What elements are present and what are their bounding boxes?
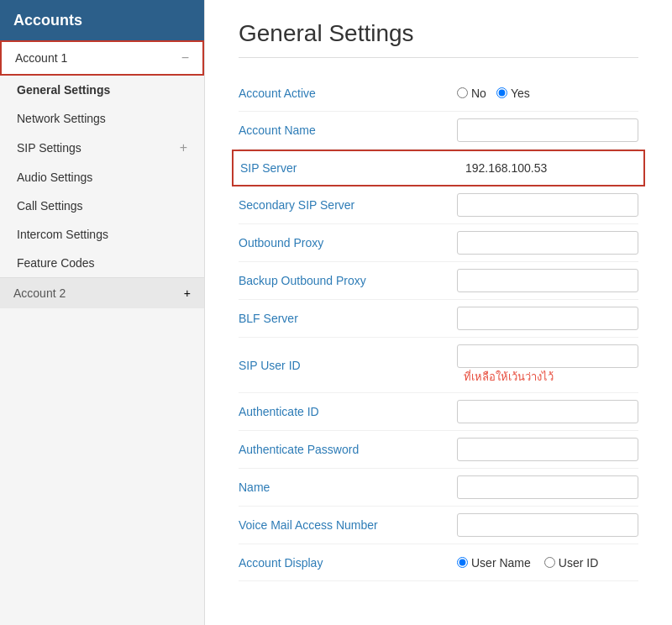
field-account-display: Account Display User Name User ID [239, 544, 638, 581]
nav-call-settings[interactable]: Call Settings [0, 192, 204, 220]
nav-audio-settings-label: Audio Settings [17, 171, 92, 184]
nav-general-settings-label: General Settings [17, 83, 110, 97]
field-outbound-proxy: Outbound Proxy [239, 224, 638, 262]
control-voicemail [457, 513, 638, 537]
page-title: General Settings [239, 20, 638, 58]
account2-plus-icon[interactable]: + [184, 286, 191, 300]
nav-feature-codes-label: Feature Codes [17, 256, 95, 270]
nav-general-settings[interactable]: General Settings [0, 76, 204, 104]
main-content: General Settings Account Active No Yes A… [205, 0, 672, 625]
input-name[interactable] [457, 475, 638, 499]
control-authenticate-id [457, 400, 638, 423]
control-outbound-proxy [457, 231, 638, 255]
field-backup-outbound-proxy: Backup Outbound Proxy [239, 262, 638, 300]
radio-userid-text: User ID [559, 556, 598, 570]
input-secondary-sip-server[interactable] [457, 193, 638, 217]
control-authenticate-password [457, 438, 638, 461]
account1-group: Account 1 − General Settings Network Set… [0, 40, 204, 278]
field-authenticate-id: Authenticate ID [239, 393, 638, 431]
radio-username-text: User Name [471, 556, 531, 570]
control-sip-user-id: ที่เหลือให้เว้นว่างไว้ [457, 344, 638, 386]
field-account-name: Account Name [239, 112, 638, 150]
nav-intercom-settings-label: Intercom Settings [17, 228, 108, 241]
account2-row[interactable]: Account 2 + [0, 278, 204, 308]
radio-no-text: No [471, 87, 486, 100]
label-blf-server: BLF Server [239, 312, 457, 325]
nav-audio-settings[interactable]: Audio Settings [0, 163, 204, 192]
control-account-name [457, 118, 638, 142]
field-secondary-sip-server: Secondary SIP Server [239, 186, 638, 224]
label-account-display: Account Display [239, 556, 457, 570]
label-sip-user-id: SIP User ID [239, 359, 457, 372]
nav-sip-settings[interactable]: SIP Settings + [0, 133, 204, 163]
control-sip-server [459, 157, 637, 179]
sidebar: Accounts Account 1 − General Settings Ne… [0, 0, 205, 625]
input-backup-outbound-proxy[interactable] [457, 269, 638, 292]
nav-network-settings-label: Network Settings [17, 112, 106, 125]
radio-username-label[interactable]: User Name [457, 556, 531, 570]
account1-nav: General Settings Network Settings SIP Se… [0, 76, 204, 277]
radio-account-display: User Name User ID [457, 556, 638, 570]
collapse-icon[interactable]: − [181, 50, 189, 66]
control-account-active: No Yes [457, 87, 638, 100]
radio-userid-label[interactable]: User ID [544, 556, 598, 570]
field-authenticate-password: Authenticate Password [239, 431, 638, 469]
sip-settings-plus-icon[interactable]: + [180, 140, 187, 155]
account1-label: Account 1 [15, 51, 67, 65]
input-sip-user-id[interactable] [457, 344, 638, 368]
radio-yes[interactable] [496, 87, 507, 98]
input-sip-server[interactable] [459, 157, 637, 179]
input-account-name[interactable] [457, 118, 638, 142]
field-blf-server: BLF Server [239, 300, 638, 338]
label-name: Name [239, 481, 457, 494]
control-account-display: User Name User ID [457, 556, 638, 570]
field-sip-user-id: SIP User ID ที่เหลือให้เว้นว่างไว้ [239, 338, 638, 393]
radio-no[interactable] [457, 87, 468, 98]
label-voicemail: Voice Mail Access Number [239, 518, 457, 532]
radio-userid[interactable] [544, 557, 555, 568]
control-blf-server [457, 307, 638, 330]
field-name: Name [239, 469, 638, 507]
label-outbound-proxy: Outbound Proxy [239, 236, 457, 249]
input-outbound-proxy[interactable] [457, 231, 638, 255]
label-account-name: Account Name [239, 123, 457, 137]
field-account-active: Account Active No Yes [239, 75, 638, 112]
account2-label: Account 2 [13, 286, 66, 300]
radio-username[interactable] [457, 557, 468, 568]
label-sip-server: SIP Server [240, 161, 459, 175]
control-secondary-sip-server [457, 193, 638, 217]
nav-feature-codes[interactable]: Feature Codes [0, 249, 204, 277]
input-authenticate-id[interactable] [457, 400, 638, 423]
sidebar-title: Accounts [13, 12, 82, 29]
label-secondary-sip-server: Secondary SIP Server [239, 198, 457, 212]
field-voicemail: Voice Mail Access Number [239, 507, 638, 544]
field-sip-server: SIP Server [232, 150, 645, 186]
nav-call-settings-label: Call Settings [17, 199, 83, 213]
input-voicemail[interactable] [457, 513, 638, 537]
label-authenticate-password: Authenticate Password [239, 443, 457, 456]
radio-no-label[interactable]: No [457, 87, 486, 100]
nav-network-settings[interactable]: Network Settings [0, 104, 204, 133]
nav-sip-settings-label: SIP Settings [17, 141, 81, 155]
input-blf-server[interactable] [457, 307, 638, 330]
label-backup-outbound-proxy: Backup Outbound Proxy [239, 274, 457, 287]
thai-hint-text: ที่เหลือให้เว้นว่างไว้ [464, 370, 554, 383]
control-name [457, 475, 638, 499]
label-authenticate-id: Authenticate ID [239, 405, 457, 418]
account1-row[interactable]: Account 1 − [0, 40, 204, 76]
radio-yes-label[interactable]: Yes [496, 87, 530, 100]
input-authenticate-password[interactable] [457, 438, 638, 461]
nav-intercom-settings[interactable]: Intercom Settings [0, 220, 204, 249]
control-backup-outbound-proxy [457, 269, 638, 292]
label-account-active: Account Active [239, 87, 457, 100]
sidebar-header: Accounts [0, 0, 204, 40]
radio-account-active: No Yes [457, 87, 638, 100]
radio-yes-text: Yes [511, 87, 530, 100]
